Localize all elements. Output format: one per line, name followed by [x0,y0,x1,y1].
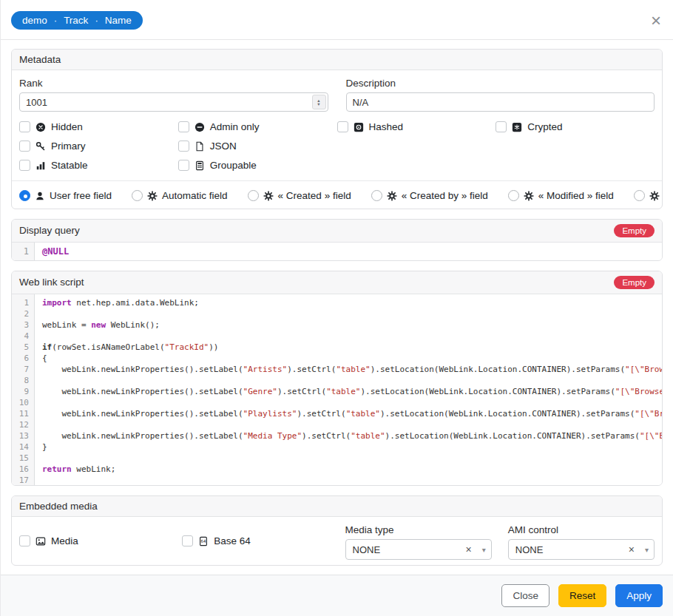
description-input[interactable] [346,92,655,112]
admin-only-checkbox-item: Admin only [178,121,337,133]
user-free-field-radio[interactable] [19,190,30,201]
media-type-label: Media type [345,524,492,535]
key-icon [35,141,46,152]
embedded-media-body: Media 64 Base 64 Media type NONE × ▾ [12,517,662,566]
primary-checkbox-item: Primary [19,140,178,152]
media-type-select[interactable]: NONE × ▾ [345,539,492,560]
radio-label: « Modified » field [538,190,614,201]
hidden-checkbox[interactable] [19,121,30,132]
json-checkbox[interactable] [178,141,189,152]
close-icon[interactable]: × [651,14,661,27]
image-icon [35,536,46,546]
reset-button[interactable]: Reset [558,584,606,607]
rank-label: Rank [19,78,328,89]
chevron-down-icon: ▾ [640,546,649,554]
checkbox-label: Statable [51,160,88,171]
line-number: 10 [12,397,29,408]
code-line: return webLink; [42,464,662,475]
media-type-group: Media type NONE × ▾ [345,524,492,560]
checkbox-label: Primary [51,141,86,152]
breadcrumb-separator: · [54,15,57,26]
rank-spinner[interactable]: ▴▾ [312,95,326,109]
created-field-radio[interactable] [248,190,259,201]
rank-field-group: Rank ▴▾ [19,78,328,112]
person-icon [35,191,45,201]
clear-selection-icon[interactable]: × [460,544,478,555]
display-query-empty-badge: Empty [614,224,655,237]
radio-label: Automatic field [162,190,228,201]
code-area[interactable]: @NULL [35,243,662,261]
user-free-field-radio-item: User free field [19,190,112,201]
display-query-header: Display query Empty [12,220,662,243]
checkbox-column: HiddenPrimaryStatable [19,121,178,172]
display-query-editor[interactable]: 1@NULL [12,243,662,261]
display-query-title: Display query [19,225,80,236]
admin-only-checkbox[interactable] [178,121,189,132]
apply-button[interactable]: Apply [615,584,663,607]
radio-label: « Created » field [278,190,351,201]
embedded-media-section: Embedded media Media 64 Base 64 Media ty… [11,495,663,566]
calculator-icon [195,160,205,171]
gear-icon [649,191,660,201]
json-file-icon [195,141,205,152]
rank-input[interactable] [19,92,328,112]
web-link-script-editor[interactable]: 1234567891011121314151617import net.hep.… [12,294,662,487]
dialog-footer: Close Reset Apply [1,575,673,616]
line-number: 8 [12,375,29,386]
line-number: 11 [12,408,29,419]
ami-control-label: AMI control [508,524,655,535]
line-number: 2 [12,308,29,319]
web-link-script-empty-badge: Empty [614,276,655,289]
line-number: 6 [12,353,29,364]
line-number: 13 [12,430,29,441]
statable-checkbox-item: Statable [19,159,178,172]
modified-field-radio[interactable] [508,190,519,201]
web-link-script-section: Web link script Empty 123456789101112131… [11,271,663,487]
groupable-checkbox-item: Groupable [178,159,337,172]
code-line: webLink.newLinkProperties().setLabel("Me… [42,430,662,441]
code-area[interactable]: import net.hep.ami.data.WebLink; webLink… [35,294,662,487]
automatic-field-radio[interactable] [132,190,143,201]
line-number: 1 [12,297,29,308]
ami-control-select[interactable]: NONE × ▾ [508,539,655,560]
line-number: 16 [12,464,29,475]
code-line [42,397,662,408]
crypted-checkbox[interactable] [496,121,507,132]
crypted-checkbox-item: Crypted [496,121,655,133]
code-line: webLink.newLinkProperties().setLabel("Pl… [42,408,662,419]
line-number: 5 [12,342,29,353]
created-by-field-radio[interactable] [371,190,382,201]
breadcrumb-segment-name: Name [105,15,132,26]
line-number: 1 [12,246,29,258]
media-checkbox[interactable] [19,535,30,546]
code-line [42,475,662,486]
checkbox-label: Hidden [51,121,83,132]
modified-by-field-radio[interactable] [634,190,645,201]
line-number: 15 [12,453,29,464]
checkbox-column: Admin onlyJSONGroupable [178,121,337,172]
gear-icon [147,191,158,201]
dash-circle-icon [195,122,205,132]
created-by-field-radio-item: « Created by » field [371,190,488,201]
hashed-checkbox[interactable] [337,121,348,132]
chevron-down-icon: ▾ [478,546,486,554]
statable-checkbox[interactable] [19,160,30,171]
code-line [42,331,662,342]
code-line: webLink = new WebLink(); [42,319,662,331]
svg-text:64: 64 [201,539,206,544]
crypt-square-icon [512,122,522,132]
close-button[interactable]: Close [501,584,549,607]
clear-selection-icon[interactable]: × [623,544,640,555]
media-checkbox-item: Media [19,535,166,547]
groupable-checkbox[interactable] [178,160,189,171]
primary-checkbox[interactable] [19,141,30,152]
checkbox-column: Hashed [337,121,496,172]
code-line: import net.hep.ami.data.WebLink; [42,297,662,308]
line-number: 3 [12,319,29,331]
web-link-script-title: Web link script [19,277,84,288]
web-link-script-header: Web link script Empty [12,271,662,294]
line-number: 17 [12,475,29,486]
breadcrumb-segment-demo: demo [22,15,47,26]
base64-checkbox[interactable] [182,535,193,546]
breadcrumb-segment-track: Track [64,15,88,26]
